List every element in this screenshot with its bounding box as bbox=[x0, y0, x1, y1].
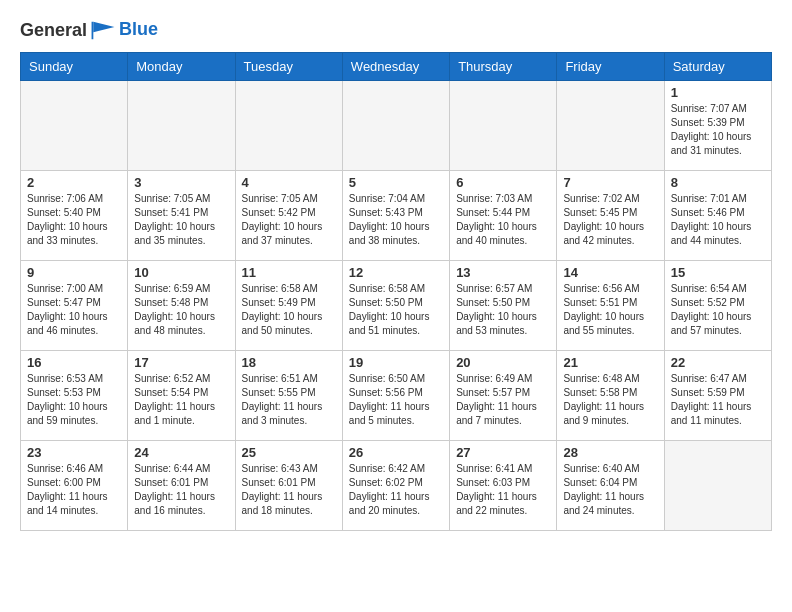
page-header: General Blue bbox=[20, 20, 772, 42]
day-number: 8 bbox=[671, 175, 765, 190]
day-info: Sunrise: 6:58 AM Sunset: 5:49 PM Dayligh… bbox=[242, 282, 336, 338]
day-number: 2 bbox=[27, 175, 121, 190]
day-info: Sunrise: 7:06 AM Sunset: 5:40 PM Dayligh… bbox=[27, 192, 121, 248]
calendar-cell: 8Sunrise: 7:01 AM Sunset: 5:46 PM Daylig… bbox=[664, 171, 771, 261]
day-info: Sunrise: 6:51 AM Sunset: 5:55 PM Dayligh… bbox=[242, 372, 336, 428]
day-info: Sunrise: 7:05 AM Sunset: 5:41 PM Dayligh… bbox=[134, 192, 228, 248]
calendar-cell: 12Sunrise: 6:58 AM Sunset: 5:50 PM Dayli… bbox=[342, 261, 449, 351]
day-info: Sunrise: 6:54 AM Sunset: 5:52 PM Dayligh… bbox=[671, 282, 765, 338]
day-number: 26 bbox=[349, 445, 443, 460]
day-info: Sunrise: 6:49 AM Sunset: 5:57 PM Dayligh… bbox=[456, 372, 550, 428]
day-number: 17 bbox=[134, 355, 228, 370]
calendar-cell: 21Sunrise: 6:48 AM Sunset: 5:58 PM Dayli… bbox=[557, 351, 664, 441]
day-info: Sunrise: 6:40 AM Sunset: 6:04 PM Dayligh… bbox=[563, 462, 657, 518]
svg-marker-1 bbox=[93, 22, 114, 33]
calendar-cell: 2Sunrise: 7:06 AM Sunset: 5:40 PM Daylig… bbox=[21, 171, 128, 261]
weekday-header-tuesday: Tuesday bbox=[235, 53, 342, 81]
day-number: 4 bbox=[242, 175, 336, 190]
weekday-header-wednesday: Wednesday bbox=[342, 53, 449, 81]
calendar-cell: 17Sunrise: 6:52 AM Sunset: 5:54 PM Dayli… bbox=[128, 351, 235, 441]
week-row-1: 1Sunrise: 7:07 AM Sunset: 5:39 PM Daylig… bbox=[21, 81, 772, 171]
day-info: Sunrise: 7:05 AM Sunset: 5:42 PM Dayligh… bbox=[242, 192, 336, 248]
logo: General Blue bbox=[20, 20, 158, 42]
weekday-header-saturday: Saturday bbox=[664, 53, 771, 81]
day-info: Sunrise: 7:07 AM Sunset: 5:39 PM Dayligh… bbox=[671, 102, 765, 158]
day-number: 23 bbox=[27, 445, 121, 460]
day-info: Sunrise: 6:48 AM Sunset: 5:58 PM Dayligh… bbox=[563, 372, 657, 428]
calendar-cell: 13Sunrise: 6:57 AM Sunset: 5:50 PM Dayli… bbox=[450, 261, 557, 351]
calendar-cell bbox=[342, 81, 449, 171]
calendar-cell: 1Sunrise: 7:07 AM Sunset: 5:39 PM Daylig… bbox=[664, 81, 771, 171]
calendar-cell: 24Sunrise: 6:44 AM Sunset: 6:01 PM Dayli… bbox=[128, 441, 235, 531]
day-number: 1 bbox=[671, 85, 765, 100]
day-info: Sunrise: 6:47 AM Sunset: 5:59 PM Dayligh… bbox=[671, 372, 765, 428]
day-info: Sunrise: 6:50 AM Sunset: 5:56 PM Dayligh… bbox=[349, 372, 443, 428]
calendar-table: SundayMondayTuesdayWednesdayThursdayFrid… bbox=[20, 52, 772, 531]
day-number: 7 bbox=[563, 175, 657, 190]
day-info: Sunrise: 7:04 AM Sunset: 5:43 PM Dayligh… bbox=[349, 192, 443, 248]
weekday-header-monday: Monday bbox=[128, 53, 235, 81]
day-number: 6 bbox=[456, 175, 550, 190]
weekday-header-row: SundayMondayTuesdayWednesdayThursdayFrid… bbox=[21, 53, 772, 81]
day-number: 10 bbox=[134, 265, 228, 280]
day-number: 22 bbox=[671, 355, 765, 370]
calendar-cell: 6Sunrise: 7:03 AM Sunset: 5:44 PM Daylig… bbox=[450, 171, 557, 261]
day-number: 15 bbox=[671, 265, 765, 280]
day-number: 14 bbox=[563, 265, 657, 280]
week-row-3: 9Sunrise: 7:00 AM Sunset: 5:47 PM Daylig… bbox=[21, 261, 772, 351]
day-number: 19 bbox=[349, 355, 443, 370]
day-info: Sunrise: 7:00 AM Sunset: 5:47 PM Dayligh… bbox=[27, 282, 121, 338]
day-number: 16 bbox=[27, 355, 121, 370]
calendar-cell: 5Sunrise: 7:04 AM Sunset: 5:43 PM Daylig… bbox=[342, 171, 449, 261]
day-info: Sunrise: 6:53 AM Sunset: 5:53 PM Dayligh… bbox=[27, 372, 121, 428]
calendar-cell: 25Sunrise: 6:43 AM Sunset: 6:01 PM Dayli… bbox=[235, 441, 342, 531]
weekday-header-thursday: Thursday bbox=[450, 53, 557, 81]
calendar-cell: 28Sunrise: 6:40 AM Sunset: 6:04 PM Dayli… bbox=[557, 441, 664, 531]
calendar-cell: 3Sunrise: 7:05 AM Sunset: 5:41 PM Daylig… bbox=[128, 171, 235, 261]
day-number: 20 bbox=[456, 355, 550, 370]
calendar-cell: 18Sunrise: 6:51 AM Sunset: 5:55 PM Dayli… bbox=[235, 351, 342, 441]
day-info: Sunrise: 7:03 AM Sunset: 5:44 PM Dayligh… bbox=[456, 192, 550, 248]
calendar-cell: 16Sunrise: 6:53 AM Sunset: 5:53 PM Dayli… bbox=[21, 351, 128, 441]
day-number: 25 bbox=[242, 445, 336, 460]
calendar-cell: 14Sunrise: 6:56 AM Sunset: 5:51 PM Dayli… bbox=[557, 261, 664, 351]
calendar-cell bbox=[21, 81, 128, 171]
calendar-cell: 23Sunrise: 6:46 AM Sunset: 6:00 PM Dayli… bbox=[21, 441, 128, 531]
day-info: Sunrise: 6:43 AM Sunset: 6:01 PM Dayligh… bbox=[242, 462, 336, 518]
calendar-cell bbox=[664, 441, 771, 531]
calendar-cell: 22Sunrise: 6:47 AM Sunset: 5:59 PM Dayli… bbox=[664, 351, 771, 441]
day-info: Sunrise: 6:41 AM Sunset: 6:03 PM Dayligh… bbox=[456, 462, 550, 518]
day-info: Sunrise: 6:58 AM Sunset: 5:50 PM Dayligh… bbox=[349, 282, 443, 338]
calendar-cell: 11Sunrise: 6:58 AM Sunset: 5:49 PM Dayli… bbox=[235, 261, 342, 351]
calendar-cell bbox=[450, 81, 557, 171]
weekday-header-sunday: Sunday bbox=[21, 53, 128, 81]
calendar-cell: 4Sunrise: 7:05 AM Sunset: 5:42 PM Daylig… bbox=[235, 171, 342, 261]
calendar-cell: 27Sunrise: 6:41 AM Sunset: 6:03 PM Dayli… bbox=[450, 441, 557, 531]
day-info: Sunrise: 6:56 AM Sunset: 5:51 PM Dayligh… bbox=[563, 282, 657, 338]
logo-blue-text: Blue bbox=[119, 19, 158, 39]
weekday-header-friday: Friday bbox=[557, 53, 664, 81]
day-number: 27 bbox=[456, 445, 550, 460]
day-info: Sunrise: 6:46 AM Sunset: 6:00 PM Dayligh… bbox=[27, 462, 121, 518]
calendar-cell: 7Sunrise: 7:02 AM Sunset: 5:45 PM Daylig… bbox=[557, 171, 664, 261]
day-info: Sunrise: 7:02 AM Sunset: 5:45 PM Dayligh… bbox=[563, 192, 657, 248]
calendar-cell: 10Sunrise: 6:59 AM Sunset: 5:48 PM Dayli… bbox=[128, 261, 235, 351]
calendar-cell: 9Sunrise: 7:00 AM Sunset: 5:47 PM Daylig… bbox=[21, 261, 128, 351]
calendar-cell: 19Sunrise: 6:50 AM Sunset: 5:56 PM Dayli… bbox=[342, 351, 449, 441]
calendar-cell bbox=[557, 81, 664, 171]
calendar-cell bbox=[235, 81, 342, 171]
day-number: 24 bbox=[134, 445, 228, 460]
calendar-cell: 15Sunrise: 6:54 AM Sunset: 5:52 PM Dayli… bbox=[664, 261, 771, 351]
calendar-cell: 26Sunrise: 6:42 AM Sunset: 6:02 PM Dayli… bbox=[342, 441, 449, 531]
day-info: Sunrise: 6:52 AM Sunset: 5:54 PM Dayligh… bbox=[134, 372, 228, 428]
day-number: 5 bbox=[349, 175, 443, 190]
day-info: Sunrise: 6:44 AM Sunset: 6:01 PM Dayligh… bbox=[134, 462, 228, 518]
day-info: Sunrise: 7:01 AM Sunset: 5:46 PM Dayligh… bbox=[671, 192, 765, 248]
day-number: 12 bbox=[349, 265, 443, 280]
day-info: Sunrise: 6:42 AM Sunset: 6:02 PM Dayligh… bbox=[349, 462, 443, 518]
day-number: 11 bbox=[242, 265, 336, 280]
calendar-cell bbox=[128, 81, 235, 171]
day-number: 28 bbox=[563, 445, 657, 460]
day-number: 13 bbox=[456, 265, 550, 280]
day-info: Sunrise: 6:59 AM Sunset: 5:48 PM Dayligh… bbox=[134, 282, 228, 338]
